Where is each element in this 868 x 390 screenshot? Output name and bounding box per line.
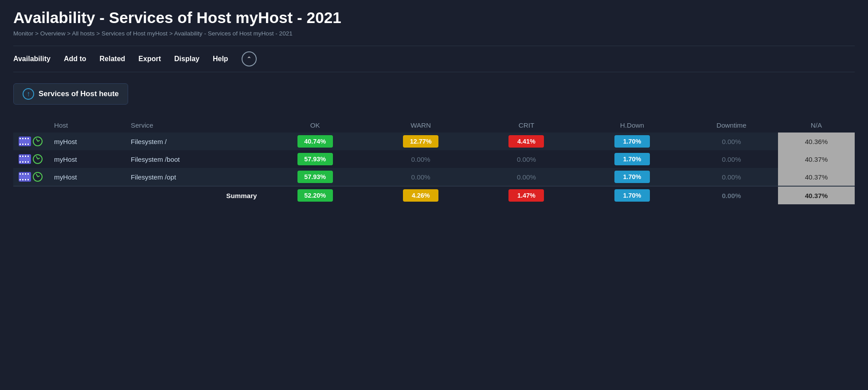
nav-help[interactable]: Help xyxy=(213,55,228,63)
status-badge: 1.70% xyxy=(614,189,650,202)
nav-related[interactable]: Related xyxy=(100,55,125,63)
status-badge: 1.70% xyxy=(614,171,650,183)
value-cell: 0.00% xyxy=(368,168,473,186)
muted-value: 0.00% xyxy=(517,173,536,181)
service-cell: Filesystem /opt xyxy=(125,168,262,186)
table-header-row: Host Service OK WARN CRIT H.Down Downtim… xyxy=(13,118,855,133)
service-cell: Filesystem /boot xyxy=(125,150,262,168)
nav-export[interactable]: Export xyxy=(138,55,161,63)
status-badge: 1.47% xyxy=(508,189,544,202)
nav-add-to[interactable]: Add to xyxy=(64,55,86,63)
muted-value: 0.00% xyxy=(722,156,741,163)
section-header-icon: ↑ xyxy=(23,88,34,100)
icon-cell[interactable] xyxy=(13,133,49,150)
film-icon xyxy=(19,136,31,146)
status-badge: 12.77% xyxy=(403,135,438,148)
value-cell: 1.70% xyxy=(579,150,685,168)
value-cell: 0.00% xyxy=(685,186,778,204)
value-cell: 4.26% xyxy=(368,186,473,204)
status-badge: 40.74% xyxy=(297,135,333,148)
status-badge: 1.70% xyxy=(614,135,650,148)
status-badge: 4.26% xyxy=(403,189,438,202)
table-row: myHostFilesystem /40.74%12.77%4.41%1.70%… xyxy=(13,133,855,150)
na-cell: 40.37% xyxy=(778,150,855,168)
summary-na-cell: 40.37% xyxy=(778,186,855,204)
status-badge: 52.20% xyxy=(297,189,333,202)
muted-value: 0.00% xyxy=(517,156,536,163)
col-ok: OK xyxy=(262,118,368,133)
muted-value: 0.00% xyxy=(722,173,741,181)
nav-display[interactable]: Display xyxy=(174,55,199,63)
availability-table: Host Service OK WARN CRIT H.Down Downtim… xyxy=(13,118,855,204)
muted-value: 0.00% xyxy=(411,156,430,163)
value-cell: 0.00% xyxy=(473,150,579,168)
clock-icon xyxy=(33,172,43,182)
value-cell: 40.74% xyxy=(262,133,368,150)
value-cell: 1.70% xyxy=(579,186,685,204)
col-downtime: Downtime xyxy=(685,118,778,133)
status-badge: 4.41% xyxy=(508,135,544,148)
page-title: Availability - Services of Host myHost -… xyxy=(13,9,855,27)
summary-label: Summary xyxy=(49,186,262,204)
status-badge: 57.93% xyxy=(297,153,333,165)
table-row: myHostFilesystem /opt57.93%0.00%0.00%1.7… xyxy=(13,168,855,186)
col-service: Service xyxy=(125,118,262,133)
value-cell: 0.00% xyxy=(685,168,778,186)
value-cell: 57.93% xyxy=(262,150,368,168)
muted-value: 0.00% xyxy=(411,173,430,181)
col-host: Host xyxy=(49,118,125,133)
clock-icon xyxy=(33,136,43,146)
value-cell: 1.47% xyxy=(473,186,579,204)
muted-value: 0.00% xyxy=(722,192,741,199)
value-cell: 57.93% xyxy=(262,168,368,186)
table-row: myHostFilesystem /boot57.93%0.00%0.00%1.… xyxy=(13,150,855,168)
na-cell: 40.37% xyxy=(778,168,855,186)
na-cell: 40.36% xyxy=(778,133,855,150)
breadcrumb: Monitor > Overview > All hosts > Service… xyxy=(13,30,855,37)
value-cell: 52.20% xyxy=(262,186,368,204)
status-badge: 57.93% xyxy=(297,171,333,183)
section-header-text: Services of Host heute xyxy=(39,90,119,98)
status-badge: 1.70% xyxy=(614,153,650,165)
collapse-button[interactable]: ⌃ xyxy=(242,51,257,66)
film-icon xyxy=(19,172,31,182)
service-cell: Filesystem / xyxy=(125,133,262,150)
col-warn: WARN xyxy=(368,118,473,133)
section-header: ↑ Services of Host heute xyxy=(13,83,128,105)
col-hdown: H.Down xyxy=(579,118,685,133)
value-cell: 0.00% xyxy=(685,133,778,150)
muted-value: 0.00% xyxy=(722,138,741,145)
icon-cell[interactable] xyxy=(13,150,49,168)
host-cell: myHost xyxy=(49,168,125,186)
icon-cell[interactable] xyxy=(13,168,49,186)
col-crit: CRIT xyxy=(473,118,579,133)
col-icons xyxy=(13,118,49,133)
value-cell: 12.77% xyxy=(368,133,473,150)
host-cell: myHost xyxy=(49,133,125,150)
col-na: N/A xyxy=(778,118,855,133)
value-cell: 1.70% xyxy=(579,168,685,186)
host-cell: myHost xyxy=(49,150,125,168)
value-cell: 1.70% xyxy=(579,133,685,150)
value-cell: 4.41% xyxy=(473,133,579,150)
summary-row: Summary52.20%4.26%1.47%1.70%0.00%40.37% xyxy=(13,186,855,204)
clock-icon xyxy=(33,154,43,164)
value-cell: 0.00% xyxy=(368,150,473,168)
value-cell: 0.00% xyxy=(473,168,579,186)
film-icon xyxy=(19,154,31,164)
value-cell: 0.00% xyxy=(685,150,778,168)
nav-bar: Availability Add to Related Export Displ… xyxy=(13,46,855,72)
nav-availability[interactable]: Availability xyxy=(13,55,51,63)
